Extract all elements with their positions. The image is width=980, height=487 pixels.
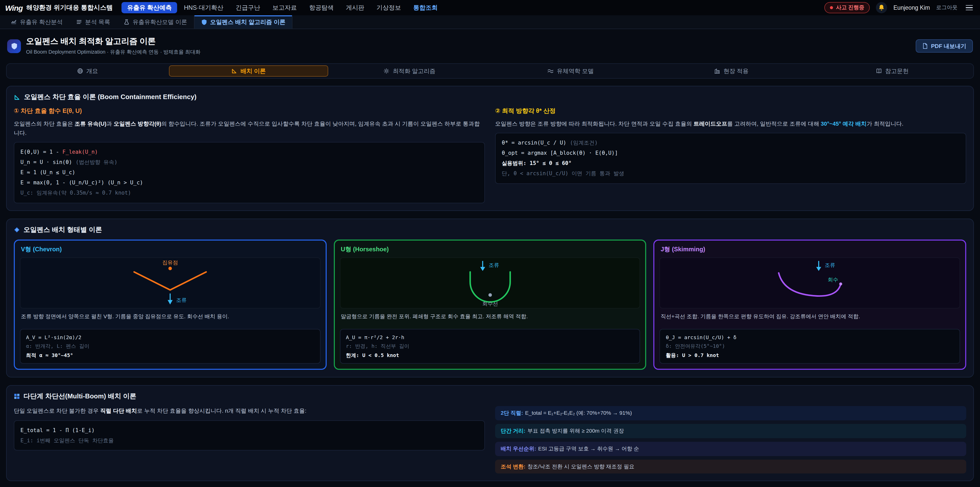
multiboom-formula-block: E_total = 1 - Π (1-E_i) E_i: i번째 오일펜스 단독… (14, 420, 485, 451)
nav-item-oil-spill-prediction[interactable]: 유출유 확산예측 (121, 2, 177, 13)
note-deployment-priority: 배치 우선순위:ESI 고등급 구역 보호 → 취수원 → 어항 순 (495, 442, 966, 456)
page-subtitle: Oil Boom Deployment Optimization · 유출유 확… (26, 48, 200, 56)
current-label: 조류 (488, 262, 499, 268)
note-series-two-stage: 2단 직렬:E_total = E₁+E₂-E₁E₂ (예: 70%+70% →… (495, 406, 966, 421)
nav-item-integrated-search[interactable]: 통합조회 (407, 2, 443, 13)
incident-status-badge[interactable]: 사고 진행중 (824, 2, 870, 13)
formula-comment: (법선방향 유속) (76, 159, 118, 165)
note-tidal-change: 조석 변환:창조/낙조 전환 시 오일펜스 방향 재조정 필요 (495, 460, 966, 474)
optimal-angle-highlight: 30°~45° 예각 배치 (821, 121, 867, 127)
section-tab-deployment-theory[interactable]: 배치 이론 (169, 65, 328, 77)
user-name[interactable]: Eunjeong Kim (894, 5, 930, 11)
formula-line: θ_opt = argmax [A_block(θ) · E(θ,U)] (502, 148, 959, 158)
nav-item-emergency-rescue[interactable]: 긴급구난 (230, 2, 266, 13)
tab-diffusion-model-theory[interactable]: 유출유확산모델 이론 (117, 15, 194, 29)
text-run-bold: 조류 유속(U) (75, 121, 107, 127)
formula-line: θ_J = arcsin(U_c/U) + δ (666, 333, 954, 342)
text-run: 오일펜스의 차단 효율은 (14, 121, 75, 127)
current-label: 조류 (825, 262, 835, 268)
building-icon (714, 68, 721, 74)
note-label: 2단 직렬: (501, 410, 523, 416)
nav-item-board[interactable]: 게시판 (340, 2, 370, 13)
recovery-vessel-dot (488, 293, 492, 297)
document-icon (922, 43, 928, 49)
tab-spill-diffusion-analysis[interactable]: 유출유 확산분석 (4, 15, 69, 29)
note-text: ESI 고등급 구역 보호 → 취수원 → 어항 순 (538, 445, 639, 452)
text-run: 단일 오일펜스로 차단 불가한 경우 (14, 408, 100, 414)
optimal-angle-heading: ② 최적 방향각 θ* 산정 (495, 107, 966, 115)
tab-label: 유출유 확산분석 (20, 18, 62, 26)
layout-card-j-skimming: J형 (Skimming) 조류 회수 직선+곡선 조합. 기름을 한쪽으로 편… (654, 240, 966, 370)
efficiency-formula-block: E(θ,U) = 1 - F_leak(U_n) U_n = U · sin(θ… (14, 142, 485, 203)
j-deployment-diagram: 조류 회수 (660, 257, 960, 308)
section-tab-overview[interactable]: 개요 (8, 65, 167, 77)
panel-header: 오일펜스 배치 형태별 이론 (14, 225, 966, 235)
notifications-button[interactable] (876, 2, 887, 13)
formula-line: θ* = arcsin(U_c / U)(임계조건) (502, 138, 959, 148)
note-text: 부표 접촉 방지를 위해 ≥ 200m 이격 권장 (528, 428, 624, 434)
formula-comment-line: r: 반경, h: 직선부 길이 (346, 342, 634, 351)
app-root: Wing 해양환경 위기대응 통합시스템 유출유 확산예측 HNS·대기확산 긴… (0, 0, 980, 487)
formula-line: E_total = 1 - Π (1-E_i) (21, 425, 478, 436)
section-tab-hydrodynamic-model[interactable]: 유체역학 모델 (491, 65, 650, 77)
brand-logo: Wing (5, 3, 23, 12)
grid-icon (14, 394, 20, 400)
formula-comment-line: 단, θ < arcsin(U_c/U) 이면 기름 통과 발생 (502, 169, 959, 179)
pdf-export-button[interactable]: PDF 내보내기 (916, 39, 973, 53)
text-run-bold: 오일펜스 방향각(θ) (114, 121, 161, 127)
text-run: 로 누적 차단 효율을 향상시킵니다. n개 직렬 배치 시 누적 차단 효율: (137, 408, 307, 414)
v-deployment-diagram: 집유점 조류 (20, 257, 320, 308)
flask-icon (124, 19, 130, 25)
text-run-bold: 트레이드오프 (694, 121, 727, 127)
section-tab-references[interactable]: 참고문헌 (813, 65, 972, 77)
formula-comment-line: U_c: 임계유속(약 0.35m/s ≈ 0.7 knot) (21, 188, 478, 198)
tab-label: 분석 목록 (85, 18, 110, 26)
formula-comment-line: δ: 안전여유각(5°~10°) (666, 342, 954, 351)
panel-header: 다단계 차단선(Multi-Boom) 배치 이론 (14, 392, 966, 401)
formula-leak-term: F_leak(U_n) (62, 149, 98, 155)
current-arrowhead (816, 267, 821, 271)
logout-button[interactable]: 로그아웃 (936, 4, 958, 11)
efficiency-left-column: ① 차단 효율 함수 E(θ, U) 오일펜스의 차단 효율은 조류 유속(U)… (14, 107, 485, 203)
list-icon (76, 19, 82, 25)
note-label: 단간 거리: (501, 428, 525, 434)
section-tab-label: 최적화 알고리즘 (393, 67, 435, 75)
page-title: 오일펜스 배치 최적화 알고리즘 이론 (26, 36, 200, 47)
section-tab-optimization-algorithm[interactable]: 최적화 알고리즘 (330, 65, 489, 77)
layout-cards: V형 (Chevron) 집유점 조류 조류 방향 정면에서 양쪽으로 펼친 V… (14, 240, 966, 370)
v-boom-line (134, 272, 206, 290)
card-formula-block: A_U = π·r²/2 + 2r·h r: 반경, h: 직선부 길이 한계:… (340, 329, 640, 364)
recovery-point-dot (839, 283, 842, 286)
text-run-bold: 직렬 다단 배치 (100, 408, 137, 414)
section-tab-field-application[interactable]: 현장 적용 (652, 65, 811, 77)
section-tabs: 개요 배치 이론 최적화 알고리즘 유체역학 모델 현장 적용 참고문헌 (6, 63, 974, 79)
card-title: J형 (Skimming) (655, 241, 965, 256)
formula-line: A_U = π·r²/2 + 2r·h (346, 333, 634, 342)
note-label: 조석 변환: (501, 463, 525, 469)
topbar-right-cluster: 사고 진행중 Eunjeong Kim 로그아웃 (824, 2, 975, 13)
formula-comment-line: α: 반개각, L: 펜스 길이 (26, 342, 314, 351)
book-icon (876, 68, 882, 74)
formula-line: 활용: U > 0.7 knot (666, 351, 954, 360)
nav-item-hns-atmospheric[interactable]: HNS·대기확산 (178, 2, 229, 13)
formula-text: E(θ,U) = 1 - (21, 149, 62, 155)
tab-analysis-list[interactable]: 분석 목록 (69, 15, 117, 29)
set-square-icon (231, 68, 238, 74)
section-tab-label: 유체역학 모델 (557, 67, 593, 75)
nav-item-reports[interactable]: 보고자료 (267, 2, 302, 13)
brand[interactable]: Wing 해양환경 위기대응 통합시스템 (5, 3, 113, 12)
formula-line: U_n = U · sin(θ)(법선방향 유속) (21, 157, 478, 168)
tab-boom-deployment-theory[interactable]: 오일펜스 배치 알고리즘 이론 (194, 15, 293, 29)
nav-item-weather[interactable]: 기상정보 (371, 2, 407, 13)
note-text: 창조/낙조 전환 시 오일펜스 방향 재조정 필요 (528, 463, 635, 469)
nav-item-aerial-search[interactable]: 항공탐색 (304, 2, 339, 13)
page-icon-shield (7, 39, 21, 53)
card-formula-block: A_V = L²·sin(2α)/2 α: 반개각, L: 펜스 길이 최적 α… (20, 329, 320, 364)
note-label: 배치 우선순위: (501, 445, 536, 452)
current-arrowhead (480, 267, 485, 271)
optimal-angle-formula-block: θ* = arcsin(U_c / U)(임계조건) θ_opt = argma… (495, 133, 966, 184)
menu-button[interactable] (964, 3, 975, 13)
text-run: 과 (107, 121, 114, 127)
shield-icon (11, 42, 18, 50)
primary-nav: 유출유 확산예측 HNS·대기확산 긴급구난 보고자료 항공탐색 게시판 기상정… (121, 0, 444, 15)
